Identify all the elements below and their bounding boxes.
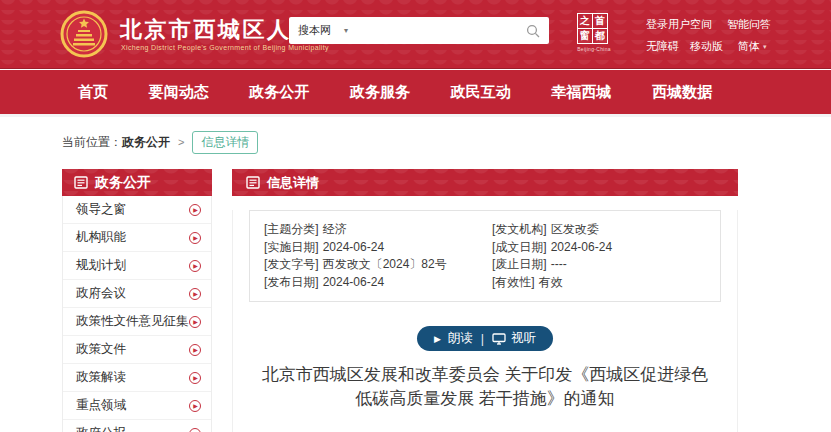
search-input[interactable] xyxy=(348,17,526,44)
sidebar-item-plans[interactable]: 规划计划 ▶ xyxy=(63,252,211,280)
main-content: 信息详情 [主题分类]经济 [实施日期]2024-06-24 [发文字号]西发改… xyxy=(232,169,738,432)
sidebar-list: 领导之窗 ▶ 机构职能 ▶ 规划计划 ▶ 政府会议 ▶ 政策性文件意见征集 ▶ … xyxy=(62,196,212,432)
seal-char: 窗 xyxy=(578,29,593,44)
seal-char: 之 xyxy=(578,14,593,29)
national-emblem-icon xyxy=(60,10,108,58)
document-title: 北京市西城区发展和改革委员会 关于印发《西城区促进绿色低碳高质量发展 若干措施》… xyxy=(261,363,709,411)
sidebar-item-label: 政策性文件意见征集 xyxy=(76,313,189,330)
search-scope-select[interactable]: 搜本网 ▾ xyxy=(289,23,348,38)
content-panel-body: [主题分类]经济 [实施日期]2024-06-24 [发文字号]西发改文〔202… xyxy=(232,210,738,432)
content-panel-header: 信息详情 xyxy=(232,169,738,196)
nav-item-happy-xicheng[interactable]: 幸福西城 xyxy=(551,83,611,102)
site-subtitle: Xicheng District People's Government of … xyxy=(121,44,329,51)
main-nav: 首页 要闻动态 政务公开 政务服务 政民互动 幸福西城 西城数据 xyxy=(0,70,831,117)
chevron-down-icon: ▾ xyxy=(763,43,767,51)
meta-topic-category: [主题分类]经济 xyxy=(264,221,492,239)
document-list-icon xyxy=(74,176,88,189)
nav-item-home[interactable]: 首页 xyxy=(78,83,108,102)
sidebar-item-label: 政策文件 xyxy=(76,341,126,358)
audiovisual-label: 视听 xyxy=(511,330,536,347)
play-circle-icon: ▶ xyxy=(189,344,201,356)
seal-char: 都 xyxy=(593,29,608,44)
sidebar-item-functions[interactable]: 机构职能 ▶ xyxy=(63,224,211,252)
sidebar-item-policy-feedback[interactable]: 政策性文件意见征集 ▶ xyxy=(63,308,211,336)
national-emblem-logo[interactable] xyxy=(60,10,108,58)
play-icon: ▶ xyxy=(434,334,441,344)
meta-written-date: [成文日期]2024-06-24 xyxy=(492,239,720,257)
nav-item-interaction[interactable]: 政民互动 xyxy=(451,83,511,102)
search-box: 搜本网 ▾ xyxy=(289,17,549,44)
sidebar-item-policy-docs[interactable]: 政策文件 ▶ xyxy=(63,336,211,364)
sidebar-item-key-areas[interactable]: 重点领域 ▶ xyxy=(63,392,211,420)
meta-column-right: [发文机构]区发改委 [成文日期]2024-06-24 [废止日期]---- [… xyxy=(492,221,720,291)
breadcrumb-prefix: 当前位置： xyxy=(62,134,122,151)
sidebar-item-label: 领导之窗 xyxy=(76,201,126,218)
meta-document-number: [发文字号]西发改文〔2024〕82号 xyxy=(264,256,492,274)
language-select[interactable]: 简体 xyxy=(738,39,760,54)
play-circle-icon: ▶ xyxy=(189,260,201,272)
breadcrumb-current-badge: 信息详情 xyxy=(192,131,258,154)
read-aloud-label: 朗读 xyxy=(448,330,473,347)
play-circle-icon: ▶ xyxy=(189,288,201,300)
meta-implementation-date: [实施日期]2024-06-24 xyxy=(264,239,492,257)
seal-caption: Beijing-China xyxy=(574,46,614,52)
sidebar-item-label: 规划计划 xyxy=(76,257,126,274)
nav-item-gov-services[interactable]: 政务服务 xyxy=(350,83,410,102)
breadcrumb-separator: > xyxy=(178,136,184,148)
sidebar-item-label: 政策解读 xyxy=(76,369,126,386)
play-circle-icon: ▶ xyxy=(189,316,201,328)
sidebar-item-meetings[interactable]: 政府会议 ▶ xyxy=(63,280,211,308)
meta-validity: [有效性]有效 xyxy=(492,274,720,292)
breadcrumb-section-link[interactable]: 政务公开 xyxy=(122,134,170,151)
meta-repeal-date: [废止日期]---- xyxy=(492,256,720,274)
meta-publish-date: [发布日期]2024-06-24 xyxy=(264,274,492,292)
meta-column-left: [主题分类]经济 [实施日期]2024-06-24 [发文字号]西发改文〔202… xyxy=(264,221,492,291)
sidebar-item-policy-interpretation[interactable]: 政策解读 ▶ xyxy=(63,364,211,392)
sidebar-item-leaders[interactable]: 领导之窗 ▶ xyxy=(63,196,211,224)
breadcrumb: 当前位置： 政务公开 > 信息详情 xyxy=(62,131,258,153)
play-circle-icon: ▶ xyxy=(189,428,201,432)
monitor-icon xyxy=(492,333,506,345)
seal-char: 首 xyxy=(593,14,608,29)
play-circle-icon: ▶ xyxy=(189,204,201,216)
meta-issuing-agency: [发文机构]区发改委 xyxy=(492,221,720,239)
nav-item-news[interactable]: 要闻动态 xyxy=(149,83,209,102)
play-circle-icon: ▶ xyxy=(189,232,201,244)
utility-links: 登录用户空间 智能问答 无障碍 移动版 简体 ▾ xyxy=(646,17,771,61)
sidebar-header: 政务公开 xyxy=(62,169,212,196)
play-circle-icon: ▶ xyxy=(189,400,201,412)
document-icon xyxy=(246,176,260,189)
play-circle-icon: ▶ xyxy=(189,372,201,384)
capital-window-seal-logo[interactable]: 之 首 窗 都 xyxy=(577,13,608,44)
sidebar-item-label: 政府公报 xyxy=(76,425,126,432)
nav-item-gov-affairs[interactable]: 政务公开 xyxy=(249,83,309,102)
content-panel-title: 信息详情 xyxy=(267,174,319,192)
login-link[interactable]: 登录用户空间 xyxy=(646,17,712,32)
sidebar-title: 政务公开 xyxy=(95,174,151,192)
sidebar-item-label: 政府会议 xyxy=(76,285,126,302)
sidebar: 政务公开 领导之窗 ▶ 机构职能 ▶ 规划计划 ▶ 政府会议 ▶ 政策性文件意见… xyxy=(62,169,212,432)
sidebar-item-label: 机构职能 xyxy=(76,229,126,246)
smart-qa-link[interactable]: 智能问答 xyxy=(727,17,771,32)
search-scope-label: 搜本网 xyxy=(298,23,331,38)
site-header: 北京市西城区人民政府 Xicheng District People's Gov… xyxy=(0,0,831,69)
button-divider: | xyxy=(481,332,484,346)
mobile-version-link[interactable]: 移动版 xyxy=(690,39,723,54)
search-icon[interactable] xyxy=(526,24,540,38)
sidebar-item-label: 重点领域 xyxy=(76,397,126,414)
nav-item-xicheng-data[interactable]: 西城数据 xyxy=(652,83,712,102)
sidebar-item-gazette[interactable]: 政府公报 ▶ xyxy=(63,420,211,432)
document-meta-box: [主题分类]经济 [实施日期]2024-06-24 [发文字号]西发改文〔202… xyxy=(249,210,721,302)
page: 北京市西城区人民政府 Xicheng District People's Gov… xyxy=(0,0,831,432)
accessibility-link[interactable]: 无障碍 xyxy=(646,39,679,54)
read-aloud-media-button[interactable]: ▶ 朗读 | 视听 xyxy=(417,326,553,351)
